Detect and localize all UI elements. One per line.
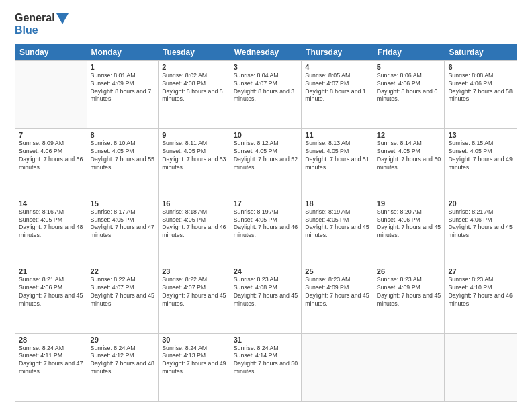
sunset-label: Sunset: 4:11 PM [19,352,62,359]
calendar-cell: 15 Sunrise: 8:17 AM Sunset: 4:05 PM Dayl… [87,197,159,265]
daylight-label: Daylight: 7 hours and 50 minutes. [377,156,441,171]
sunset-label: Sunset: 4:06 PM [19,148,62,154]
day-number: 13 [448,131,513,139]
day-number: 29 [91,336,155,344]
calendar-cell [15,61,87,128]
calendar-cell: 10 Sunrise: 8:12 AM Sunset: 4:05 PM Dayl… [230,129,302,196]
day-number: 22 [91,267,155,275]
day-number: 20 [448,199,513,208]
day-number: 9 [162,131,226,139]
calendar-cell: 22 Sunrise: 8:22 AM Sunset: 4:07 PM Dayl… [87,265,159,332]
daylight-label: Daylight: 7 hours and 55 minutes. [91,156,154,171]
daylight-label: Daylight: 7 hours and 53 minutes. [162,156,226,171]
sunset-label: Sunset: 4:05 PM [377,148,420,154]
calendar: SundayMondayTuesdayWednesdayThursdayFrid… [15,44,517,402]
sunrise-label: Sunrise: 8:14 AM [377,140,422,146]
sunrise-label: Sunrise: 8:10 AM [91,140,136,146]
day-info: Sunrise: 8:14 AM Sunset: 4:05 PM Dayligh… [377,140,441,172]
sunset-label: Sunset: 4:08 PM [162,80,206,87]
day-info: Sunrise: 8:21 AM Sunset: 4:06 PM Dayligh… [448,208,513,240]
day-info: Sunrise: 8:24 AM Sunset: 4:12 PM Dayligh… [91,345,155,377]
day-number: 4 [305,63,369,71]
sunset-label: Sunset: 4:05 PM [91,148,134,154]
calendar-cell: 12 Sunrise: 8:14 AM Sunset: 4:05 PM Dayl… [373,129,445,196]
sunrise-label: Sunrise: 8:24 AM [19,345,64,351]
day-number: 23 [162,267,226,275]
sunset-label: Sunset: 4:05 PM [91,216,134,223]
day-info: Sunrise: 8:19 AM Sunset: 4:05 PM Dayligh… [234,208,298,240]
day-number: 28 [19,336,83,344]
day-number: 21 [19,267,83,275]
svg-marker-0 [56,13,69,24]
day-info: Sunrise: 8:11 AM Sunset: 4:05 PM Dayligh… [162,140,226,172]
calendar-cell: 6 Sunrise: 8:08 AM Sunset: 4:06 PM Dayli… [445,61,517,128]
sunset-label: Sunset: 4:07 PM [305,80,349,87]
sunset-label: Sunset: 4:06 PM [377,80,420,87]
daylight-label: Daylight: 7 hours and 46 minutes. [234,224,298,238]
daylight-label: Daylight: 7 hours and 45 minutes. [305,292,369,307]
calendar-row: 21 Sunrise: 8:21 AM Sunset: 4:06 PM Dayl… [15,265,517,332]
sunrise-label: Sunrise: 8:24 AM [162,345,207,351]
sunrise-label: Sunrise: 8:05 AM [305,72,350,79]
sunrise-label: Sunrise: 8:04 AM [234,72,279,79]
weekday-header: Thursday [302,44,373,60]
logo: General Blue [15,12,69,37]
day-number: 8 [91,131,155,139]
calendar-cell: 28 Sunrise: 8:24 AM Sunset: 4:11 PM Dayl… [15,334,87,401]
sunset-label: Sunset: 4:05 PM [234,148,277,154]
day-number: 17 [234,199,298,208]
sunset-label: Sunset: 4:05 PM [162,216,206,223]
weekday-header: Wednesday [230,44,302,60]
day-number: 19 [377,199,441,208]
daylight-label: Daylight: 7 hours and 46 minutes. [162,224,226,238]
day-number: 6 [448,63,513,71]
calendar-cell: 23 Sunrise: 8:22 AM Sunset: 4:07 PM Dayl… [159,265,230,332]
day-info: Sunrise: 8:22 AM Sunset: 4:07 PM Dayligh… [91,276,155,308]
sunset-label: Sunset: 4:06 PM [448,216,492,223]
day-info: Sunrise: 8:13 AM Sunset: 4:05 PM Dayligh… [305,140,369,172]
daylight-label: Daylight: 8 hours and 3 minutes. [234,88,294,103]
calendar-cell: 11 Sunrise: 8:13 AM Sunset: 4:05 PM Dayl… [302,129,373,196]
day-number: 14 [19,199,83,208]
sunset-label: Sunset: 4:05 PM [19,216,62,223]
sunset-label: Sunset: 4:05 PM [448,148,492,154]
daylight-label: Daylight: 7 hours and 45 minutes. [91,292,154,307]
day-info: Sunrise: 8:17 AM Sunset: 4:05 PM Dayligh… [91,208,155,240]
calendar-cell: 30 Sunrise: 8:24 AM Sunset: 4:13 PM Dayl… [159,334,230,401]
daylight-label: Daylight: 8 hours and 1 minute. [305,88,365,103]
sunrise-label: Sunrise: 8:17 AM [91,208,136,215]
sunset-label: Sunset: 4:12 PM [91,352,134,359]
day-number: 27 [448,267,513,275]
calendar-header: SundayMondayTuesdayWednesdayThursdayFrid… [15,44,517,60]
sunset-label: Sunset: 4:05 PM [162,148,206,154]
calendar-cell: 26 Sunrise: 8:23 AM Sunset: 4:09 PM Dayl… [373,265,445,332]
daylight-label: Daylight: 7 hours and 58 minutes. [448,88,512,103]
sunrise-label: Sunrise: 8:09 AM [19,140,64,146]
calendar-row: 28 Sunrise: 8:24 AM Sunset: 4:11 PM Dayl… [15,333,517,401]
day-info: Sunrise: 8:18 AM Sunset: 4:05 PM Dayligh… [162,208,226,240]
calendar-cell: 17 Sunrise: 8:19 AM Sunset: 4:05 PM Dayl… [230,197,302,265]
daylight-label: Daylight: 7 hours and 47 minutes. [91,224,154,238]
calendar-cell: 3 Sunrise: 8:04 AM Sunset: 4:07 PM Dayli… [230,61,302,128]
calendar-row: 1 Sunrise: 8:01 AM Sunset: 4:09 PM Dayli… [15,60,517,128]
sunset-label: Sunset: 4:09 PM [377,284,420,291]
sunset-label: Sunset: 4:05 PM [305,148,349,154]
sunrise-label: Sunrise: 8:02 AM [162,72,207,79]
calendar-cell: 24 Sunrise: 8:23 AM Sunset: 4:08 PM Dayl… [230,265,302,332]
sunrise-label: Sunrise: 8:06 AM [377,72,422,79]
day-info: Sunrise: 8:23 AM Sunset: 4:09 PM Dayligh… [305,276,369,308]
day-number: 3 [234,63,298,71]
day-info: Sunrise: 8:23 AM Sunset: 4:10 PM Dayligh… [448,276,513,308]
calendar-cell: 1 Sunrise: 8:01 AM Sunset: 4:09 PM Dayli… [87,61,159,128]
calendar-cell: 21 Sunrise: 8:21 AM Sunset: 4:06 PM Dayl… [15,265,87,332]
day-number: 1 [91,63,155,71]
weekday-header: Monday [87,44,159,60]
daylight-label: Daylight: 7 hours and 52 minutes. [234,156,298,171]
sunset-label: Sunset: 4:07 PM [234,80,277,87]
day-number: 31 [234,336,298,344]
sunset-label: Sunset: 4:05 PM [234,216,277,223]
sunrise-label: Sunrise: 8:12 AM [234,140,279,146]
day-number: 5 [377,63,441,71]
sunset-label: Sunset: 4:13 PM [162,352,206,359]
sunrise-label: Sunrise: 8:22 AM [162,276,207,283]
